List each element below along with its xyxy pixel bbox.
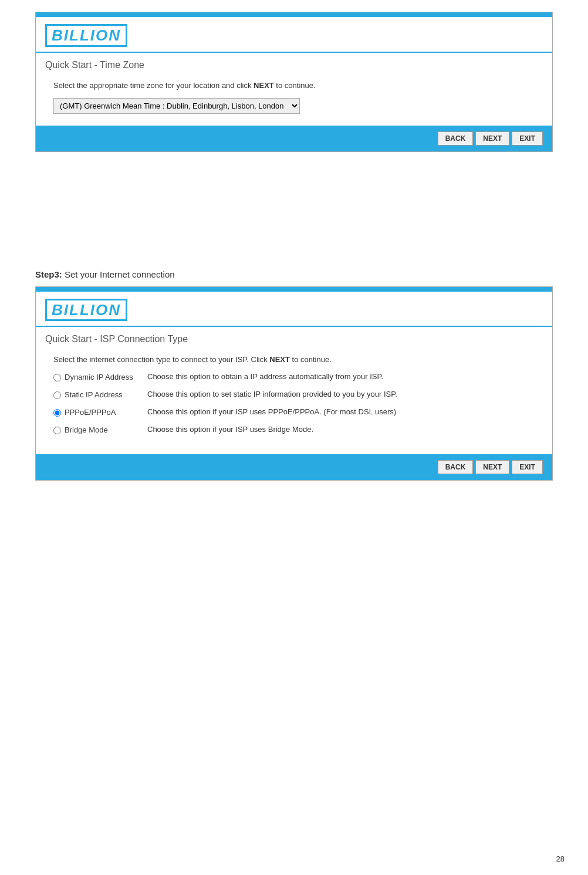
option-bridge-desc: Choose this option if your ISP uses Brid… — [147, 425, 313, 434]
panel-time-zone: BILLION Quick Start - Time Zone Select t… — [35, 12, 553, 152]
next-button-1[interactable]: NEXT — [475, 131, 509, 146]
time-zone-description: Select the appropriate time zone for you… — [53, 81, 535, 90]
option-static-label: Static IP Address — [65, 390, 123, 399]
panel-body: Select the appropriate time zone for you… — [36, 75, 552, 126]
timezone-select[interactable]: (GMT) Greenwich Mean Time : Dublin, Edin… — [53, 98, 300, 114]
isp-description: Select the internet connection type to c… — [53, 355, 535, 364]
exit-button-1[interactable]: EXIT — [512, 131, 543, 146]
next-button-2[interactable]: NEXT — [475, 460, 509, 474]
panel2-footer: BACK NEXT EXIT — [36, 454, 552, 480]
option-pppoe: PPPoE/PPPoA Choose this option if your I… — [53, 407, 535, 417]
option-dynamic: Dynamic IP Address Choose this option to… — [53, 372, 535, 381]
logo-area: BILLION — [36, 17, 552, 53]
option-bridge-label-col: Bridge Mode — [53, 425, 147, 434]
panel-header-bar — [36, 12, 552, 17]
option-static-label-col: Static IP Address — [53, 390, 147, 399]
radio-bridge[interactable] — [53, 427, 61, 434]
option-static: Static IP Address Choose this option to … — [53, 390, 535, 399]
step3-text: Set your Internet connection — [65, 269, 175, 279]
option-dynamic-desc: Choose this option to obtain a IP addres… — [147, 372, 383, 381]
page-number: 28 — [556, 854, 565, 863]
option-pppoe-desc: Choose this option if your ISP uses PPPo… — [147, 407, 396, 416]
back-button-1[interactable]: BACK — [438, 131, 474, 146]
panel2-body: Select the internet connection type to c… — [36, 349, 552, 454]
next-bold: NEXT — [254, 81, 274, 90]
billion-logo-2: BILLION — [45, 299, 127, 322]
billion-logo: BILLION — [45, 24, 127, 47]
radio-dynamic[interactable] — [53, 374, 61, 381]
panel-isp-connection: BILLION Quick Start - ISP Connection Typ… — [35, 286, 553, 481]
step3-label: Step3: Set your Internet connection — [35, 269, 553, 279]
option-bridge: Bridge Mode Choose this option if your I… — [53, 425, 535, 434]
panel1-footer: BACK NEXT EXIT — [36, 126, 552, 151]
radio-pppoe[interactable] — [53, 409, 61, 417]
option-dynamic-label-col: Dynamic IP Address — [53, 372, 147, 381]
panel2-header-bar — [36, 287, 552, 292]
exit-button-2[interactable]: EXIT — [512, 460, 543, 474]
panel2-title: Quick Start - ISP Connection Type — [36, 327, 552, 349]
option-pppoe-label: PPPoE/PPPoA — [65, 408, 116, 417]
panel-title: Quick Start - Time Zone — [36, 53, 552, 75]
option-bridge-label: Bridge Mode — [65, 425, 108, 434]
option-static-desc: Choose this option to set static IP info… — [147, 390, 397, 398]
option-dynamic-label: Dynamic IP Address — [65, 373, 133, 381]
step3-bold: Step3: — [35, 269, 62, 279]
radio-static[interactable] — [53, 391, 61, 399]
back-button-2[interactable]: BACK — [438, 460, 474, 474]
option-pppoe-label-col: PPPoE/PPPoA — [53, 407, 147, 417]
spacer — [35, 164, 553, 269]
panel2-logo-area: BILLION — [36, 292, 552, 327]
next-bold-2: NEXT — [269, 355, 290, 364]
